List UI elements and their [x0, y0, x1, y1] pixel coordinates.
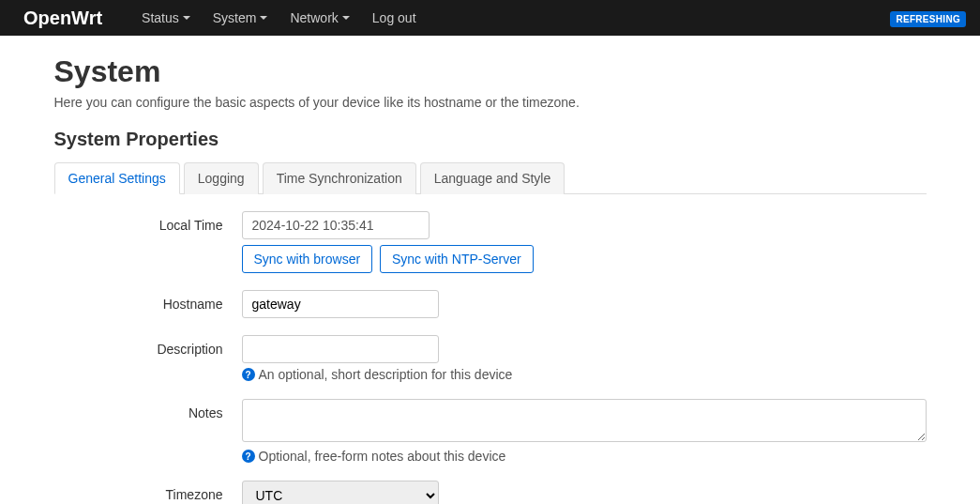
notes-hint: ? Optional, free-form notes about this d…	[242, 449, 927, 464]
sync-browser-button[interactable]: Sync with browser	[242, 245, 373, 273]
notes-textarea[interactable]	[242, 399, 927, 442]
label-notes: Notes	[54, 399, 242, 420]
local-time-value: 2024-10-22 10:35:41	[242, 211, 430, 239]
brand[interactable]: OpenWrt	[14, 8, 112, 29]
label-local-time: Local Time	[54, 211, 242, 233]
main-container: System Here you can configure the basic …	[40, 36, 941, 504]
description-input[interactable]	[242, 335, 439, 363]
nav-network[interactable]: Network	[279, 0, 360, 36]
help-icon: ?	[242, 450, 255, 463]
help-icon: ?	[242, 368, 255, 381]
row-notes: Notes ? Optional, free-form notes about …	[54, 399, 927, 464]
tab-logging[interactable]: Logging	[184, 162, 259, 194]
row-description: Description ? An optional, short descrip…	[54, 335, 927, 382]
hostname-input[interactable]	[242, 290, 439, 318]
nav-system[interactable]: System	[202, 0, 279, 36]
tab-language-style[interactable]: Language and Style	[420, 162, 565, 194]
sync-ntp-button[interactable]: Sync with NTP-Server	[380, 245, 534, 273]
timezone-select[interactable]: UTC	[242, 481, 439, 504]
chevron-down-icon	[183, 16, 190, 20]
section-title: System Properties	[54, 129, 927, 150]
tab-general-settings[interactable]: General Settings	[54, 162, 180, 194]
description-hint: ? An optional, short description for thi…	[242, 367, 927, 382]
nav-right: REFRESHING	[890, 10, 966, 25]
label-description: Description	[54, 335, 242, 357]
nav-status[interactable]: Status	[130, 0, 202, 36]
row-timezone: Timezone UTC	[54, 481, 927, 504]
row-hostname: Hostname	[54, 290, 927, 318]
chevron-down-icon	[342, 16, 350, 20]
row-local-time: Local Time 2024-10-22 10:35:41 Sync with…	[54, 211, 927, 273]
tabs: General Settings Logging Time Synchroniz…	[54, 161, 927, 194]
chevron-down-icon	[260, 16, 267, 20]
navbar: OpenWrt Status System Network Log out RE…	[0, 0, 980, 36]
tab-time-sync[interactable]: Time Synchronization	[263, 162, 416, 194]
label-timezone: Timezone	[54, 481, 242, 502]
refreshing-badge[interactable]: REFRESHING	[890, 11, 966, 27]
nav-logout[interactable]: Log out	[361, 0, 428, 36]
page-description: Here you can configure the basic aspects…	[54, 95, 927, 110]
page-title: System	[54, 54, 927, 89]
label-hostname: Hostname	[54, 290, 242, 312]
